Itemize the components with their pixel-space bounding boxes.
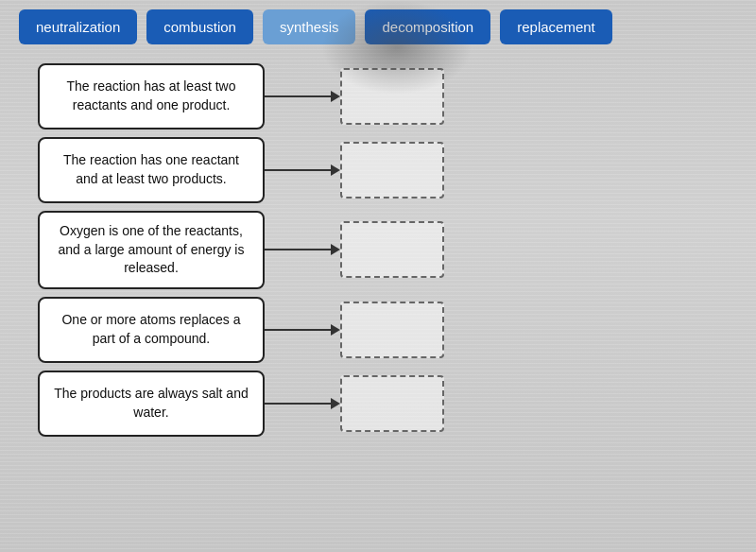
arrow-1 — [265, 91, 340, 102]
nav-btn-combustion[interactable]: combustion — [146, 9, 253, 44]
arrow-head-5 — [331, 398, 340, 409]
arrow-head-2 — [331, 164, 340, 176]
matching-row-3: Oxygen is one of the reactants, and a la… — [38, 211, 444, 289]
arrow-head-4 — [331, 324, 340, 336]
nav-bar: neutralizationcombustionsynthesisdecompo… — [0, 0, 756, 54]
description-box-4: One or more atoms replaces a part of a c… — [38, 297, 265, 363]
drop-target-4[interactable] — [340, 302, 444, 358]
main-content: The reaction has at least two reactants … — [0, 54, 756, 446]
drop-target-5[interactable] — [340, 375, 444, 432]
matching-row-5: The products are always salt and water. — [38, 371, 444, 437]
drop-target-1[interactable] — [340, 68, 444, 125]
nav-btn-neutralization[interactable]: neutralization — [19, 9, 137, 44]
description-box-3: Oxygen is one of the reactants, and a la… — [38, 211, 265, 289]
matching-row-2: The reaction has one reactant and at lea… — [38, 137, 444, 203]
description-box-1: The reaction has at least two reactants … — [38, 63, 265, 129]
arrow-head-1 — [331, 91, 340, 102]
arrow-2 — [265, 164, 340, 176]
arrow-line-2 — [265, 169, 331, 171]
drop-target-3[interactable] — [340, 221, 444, 278]
nav-btn-decomposition[interactable]: decomposition — [365, 9, 490, 44]
description-box-5: The products are always salt and water. — [38, 371, 265, 437]
arrow-5 — [265, 398, 340, 409]
matching-row-1: The reaction has at least two reactants … — [38, 63, 444, 129]
description-box-2: The reaction has one reactant and at lea… — [38, 137, 265, 203]
matching-row-4: One or more atoms replaces a part of a c… — [38, 297, 444, 363]
arrow-3 — [265, 244, 340, 255]
arrow-line-5 — [265, 403, 331, 405]
nav-btn-replacement[interactable]: replacement — [500, 9, 612, 44]
arrow-head-3 — [331, 244, 340, 255]
arrow-line-4 — [265, 329, 331, 331]
drop-target-2[interactable] — [340, 142, 444, 198]
arrow-line-3 — [265, 249, 331, 250]
nav-btn-synthesis[interactable]: synthesis — [263, 9, 356, 44]
arrow-line-1 — [265, 95, 331, 97]
arrow-4 — [265, 324, 340, 336]
